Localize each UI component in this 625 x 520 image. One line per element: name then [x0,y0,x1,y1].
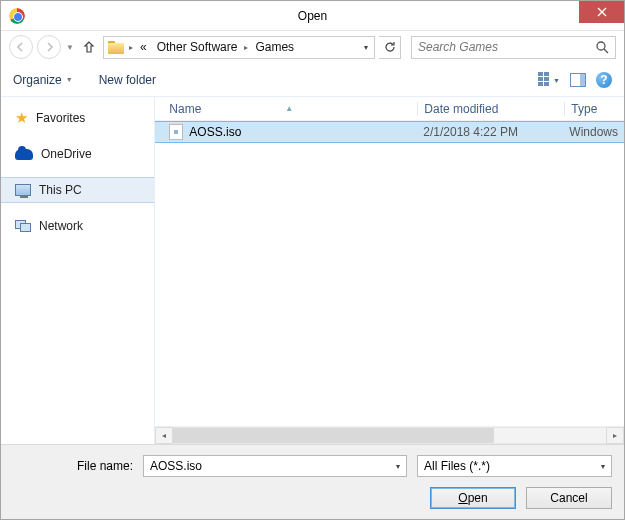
recent-dropdown[interactable]: ▼ [65,43,75,52]
sidebar-item-onedrive[interactable]: OneDrive [1,141,154,167]
arrow-left-icon [16,42,26,52]
onedrive-icon [15,149,33,160]
toolbar: Organize ▼ New folder ▼ ? [1,63,624,97]
forward-button[interactable] [37,35,61,59]
file-list-pane: Name ▲ Date modified Type AOSS.iso 2/1/2… [155,97,624,444]
svg-point-0 [597,42,605,50]
breadcrumb-prefix: « [136,40,151,54]
sidebar-item-network[interactable]: Network [1,213,154,239]
refresh-icon [384,41,396,53]
close-button[interactable] [579,1,624,23]
dialog-body: ★ Favorites OneDrive This PC Network Nam… [1,97,624,444]
file-date: 2/1/2018 4:22 PM [417,125,563,139]
star-icon: ★ [15,109,28,127]
help-button[interactable]: ? [596,72,612,88]
chrome-icon [9,8,25,24]
sidebar-item-thispc[interactable]: This PC [1,177,154,203]
search-input[interactable]: Search Games [411,36,616,59]
cancel-button[interactable]: Cancel [526,487,612,509]
address-bar[interactable]: ▸ « Other Software ▸ Games ▾ [103,36,375,59]
grid-icon [538,72,552,88]
scroll-track[interactable] [173,427,606,444]
file-row[interactable]: AOSS.iso 2/1/2018 4:22 PM Windows [155,121,624,143]
column-headers: Name ▲ Date modified Type [155,97,624,121]
title-bar: Open [1,1,624,31]
chevron-down-icon[interactable]: ▾ [396,462,400,471]
filename-label: File name: [13,459,133,473]
sidebar: ★ Favorites OneDrive This PC Network [1,97,155,444]
column-type[interactable]: Type [565,102,603,116]
scroll-left-button[interactable]: ◂ [155,427,173,444]
chevron-down-icon[interactable]: ▾ [601,462,605,471]
organize-menu[interactable]: Organize ▼ [13,73,73,87]
column-date[interactable]: Date modified [418,102,564,116]
back-button[interactable] [9,35,33,59]
folder-icon [108,41,124,54]
file-type: Windows [563,125,624,139]
view-options[interactable]: ▼ [538,72,560,88]
window-title: Open [298,9,327,23]
search-placeholder: Search Games [418,40,595,54]
file-list-area[interactable] [155,143,624,426]
iso-file-icon [169,124,183,140]
file-name: AOSS.iso [189,125,241,139]
dialog-footer: File name: AOSS.iso ▾ All Files (*.*) ▾ … [1,444,624,519]
search-icon [595,40,609,54]
arrow-right-icon [44,42,54,52]
horizontal-scrollbar[interactable]: ◂ ▸ [155,426,624,444]
arrow-up-icon [83,40,95,54]
chevron-icon[interactable]: ▸ [243,43,249,52]
scroll-thumb[interactable] [173,428,493,443]
sort-asc-icon: ▲ [285,104,293,113]
chevron-icon: ▸ [128,43,134,52]
filename-input[interactable]: AOSS.iso ▾ [143,455,407,477]
breadcrumb-part[interactable]: Other Software [153,40,242,54]
close-icon [597,7,607,17]
new-folder-button[interactable]: New folder [99,73,156,87]
open-button[interactable]: Open [430,487,516,509]
filetype-filter[interactable]: All Files (*.*) ▾ [417,455,612,477]
breadcrumb-part[interactable]: Games [251,40,298,54]
sidebar-item-favorites[interactable]: ★ Favorites [1,105,154,131]
scroll-right-button[interactable]: ▸ [606,427,624,444]
open-dialog: Open ▼ ▸ « Other Software ▸ Games ▾ Sear [0,0,625,520]
navigation-bar: ▼ ▸ « Other Software ▸ Games ▾ Search Ga… [1,31,624,63]
up-button[interactable] [79,37,99,57]
refresh-button[interactable] [379,36,401,59]
pc-icon [15,184,31,196]
network-icon [15,220,31,232]
preview-pane-toggle[interactable] [570,73,586,87]
address-dropdown[interactable]: ▾ [360,43,372,52]
